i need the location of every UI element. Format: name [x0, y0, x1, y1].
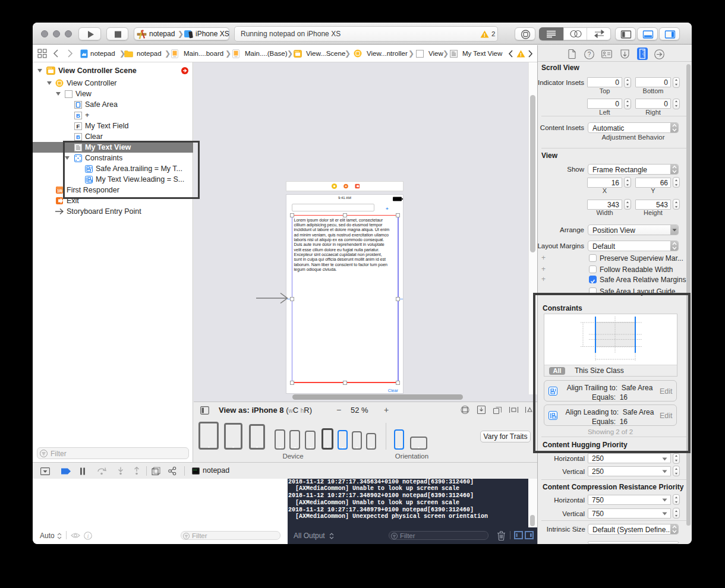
svg-text:1R: 1R	[57, 188, 63, 194]
svg-text:?: ?	[588, 51, 591, 58]
svg-text:F: F	[77, 123, 80, 129]
svg-text:!: !	[520, 52, 522, 58]
svg-text:!: !	[484, 32, 486, 38]
svg-text:i: i	[87, 533, 89, 539]
svg-text:B: B	[76, 134, 80, 140]
svg-text:B: B	[76, 112, 80, 119]
